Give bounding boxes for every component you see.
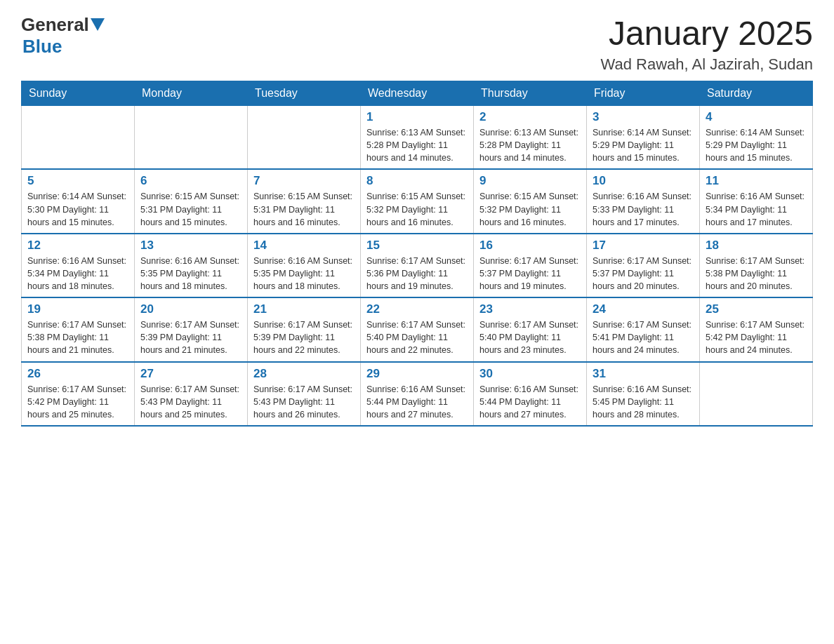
- calendar-title: January 2025: [601, 14, 813, 53]
- calendar-cell: 26Sunrise: 6:17 AM Sunset: 5:42 PM Dayli…: [22, 362, 135, 426]
- calendar-cell: 4Sunrise: 6:14 AM Sunset: 5:29 PM Daylig…: [700, 106, 813, 170]
- day-info: Sunrise: 6:15 AM Sunset: 5:31 PM Dayligh…: [140, 190, 241, 228]
- day-number: 6: [140, 174, 241, 188]
- calendar-cell: 17Sunrise: 6:17 AM Sunset: 5:37 PM Dayli…: [587, 234, 700, 297]
- day-number: 29: [366, 367, 468, 381]
- day-info: Sunrise: 6:17 AM Sunset: 5:42 PM Dayligh…: [27, 383, 128, 421]
- day-number: 20: [140, 302, 241, 316]
- day-info: Sunrise: 6:17 AM Sunset: 5:37 PM Dayligh…: [593, 255, 694, 293]
- calendar-table: SundayMondayTuesdayWednesdayThursdayFrid…: [21, 81, 813, 427]
- day-header-saturday: Saturday: [700, 81, 813, 106]
- day-number: 10: [593, 174, 694, 188]
- day-info: Sunrise: 6:13 AM Sunset: 5:28 PM Dayligh…: [366, 126, 468, 164]
- day-number: 5: [27, 174, 128, 188]
- calendar-cell: 9Sunrise: 6:15 AM Sunset: 5:32 PM Daylig…: [474, 169, 587, 233]
- day-info: Sunrise: 6:16 AM Sunset: 5:35 PM Dayligh…: [140, 255, 241, 293]
- day-info: Sunrise: 6:17 AM Sunset: 5:38 PM Dayligh…: [706, 255, 807, 293]
- day-info: Sunrise: 6:16 AM Sunset: 5:34 PM Dayligh…: [706, 190, 807, 228]
- day-number: 2: [479, 110, 581, 124]
- day-info: Sunrise: 6:14 AM Sunset: 5:29 PM Dayligh…: [706, 126, 807, 164]
- calendar-cell: 20Sunrise: 6:17 AM Sunset: 5:39 PM Dayli…: [135, 297, 248, 361]
- week-row-2: 5Sunrise: 6:14 AM Sunset: 5:30 PM Daylig…: [22, 169, 813, 233]
- day-number: 21: [253, 302, 355, 316]
- day-info: Sunrise: 6:17 AM Sunset: 5:38 PM Dayligh…: [27, 318, 128, 356]
- day-number: 8: [366, 174, 468, 188]
- day-info: Sunrise: 6:17 AM Sunset: 5:43 PM Dayligh…: [253, 383, 355, 421]
- calendar-cell: 27Sunrise: 6:17 AM Sunset: 5:43 PM Dayli…: [135, 362, 248, 426]
- calendar-header-row: SundayMondayTuesdayWednesdayThursdayFrid…: [22, 81, 813, 106]
- day-info: Sunrise: 6:16 AM Sunset: 5:34 PM Dayligh…: [27, 255, 128, 293]
- day-number: 9: [479, 174, 581, 188]
- calendar-cell: 6Sunrise: 6:15 AM Sunset: 5:31 PM Daylig…: [135, 169, 248, 233]
- day-info: Sunrise: 6:17 AM Sunset: 5:37 PM Dayligh…: [479, 255, 581, 293]
- day-header-tuesday: Tuesday: [248, 81, 361, 106]
- calendar-cell: 25Sunrise: 6:17 AM Sunset: 5:42 PM Dayli…: [700, 297, 813, 361]
- day-info: Sunrise: 6:16 AM Sunset: 5:45 PM Dayligh…: [593, 383, 694, 421]
- day-number: 19: [27, 302, 128, 316]
- day-info: Sunrise: 6:17 AM Sunset: 5:40 PM Dayligh…: [479, 318, 581, 356]
- day-number: 22: [366, 302, 468, 316]
- logo-blue: Blue: [22, 36, 62, 58]
- day-header-sunday: Sunday: [22, 81, 135, 106]
- logo-general: General: [21, 14, 89, 36]
- day-info: Sunrise: 6:14 AM Sunset: 5:29 PM Dayligh…: [593, 126, 694, 164]
- week-row-1: 1Sunrise: 6:13 AM Sunset: 5:28 PM Daylig…: [22, 106, 813, 170]
- week-row-4: 19Sunrise: 6:17 AM Sunset: 5:38 PM Dayli…: [22, 297, 813, 361]
- day-number: 4: [706, 110, 807, 124]
- calendar-cell: 23Sunrise: 6:17 AM Sunset: 5:40 PM Dayli…: [474, 297, 587, 361]
- day-number: 23: [479, 302, 581, 316]
- page-header: General Blue January 2025 Wad Rawah, Al …: [21, 14, 813, 74]
- calendar-cell: 11Sunrise: 6:16 AM Sunset: 5:34 PM Dayli…: [700, 169, 813, 233]
- calendar-cell: [700, 362, 813, 426]
- calendar-cell: 16Sunrise: 6:17 AM Sunset: 5:37 PM Dayli…: [474, 234, 587, 297]
- calendar-cell: 7Sunrise: 6:15 AM Sunset: 5:31 PM Daylig…: [248, 169, 361, 233]
- day-number: 17: [593, 239, 694, 253]
- day-number: 25: [706, 302, 807, 316]
- day-info: Sunrise: 6:17 AM Sunset: 5:39 PM Dayligh…: [140, 318, 241, 356]
- day-info: Sunrise: 6:17 AM Sunset: 5:43 PM Dayligh…: [140, 383, 241, 421]
- svg-marker-0: [91, 18, 105, 31]
- day-info: Sunrise: 6:16 AM Sunset: 5:33 PM Dayligh…: [593, 190, 694, 228]
- calendar-cell: 3Sunrise: 6:14 AM Sunset: 5:29 PM Daylig…: [587, 106, 700, 170]
- logo-triangle-icon: [91, 18, 105, 31]
- logo: General Blue: [21, 14, 105, 58]
- week-row-3: 12Sunrise: 6:16 AM Sunset: 5:34 PM Dayli…: [22, 234, 813, 297]
- day-number: 14: [253, 239, 355, 253]
- day-info: Sunrise: 6:13 AM Sunset: 5:28 PM Dayligh…: [479, 126, 581, 164]
- day-number: 3: [593, 110, 694, 124]
- calendar-cell: 13Sunrise: 6:16 AM Sunset: 5:35 PM Dayli…: [135, 234, 248, 297]
- day-info: Sunrise: 6:15 AM Sunset: 5:32 PM Dayligh…: [479, 190, 581, 228]
- calendar-cell: 1Sunrise: 6:13 AM Sunset: 5:28 PM Daylig…: [361, 106, 474, 170]
- day-number: 11: [706, 174, 807, 188]
- calendar-cell: 21Sunrise: 6:17 AM Sunset: 5:39 PM Dayli…: [248, 297, 361, 361]
- day-info: Sunrise: 6:14 AM Sunset: 5:30 PM Dayligh…: [27, 190, 128, 228]
- calendar-cell: 24Sunrise: 6:17 AM Sunset: 5:41 PM Dayli…: [587, 297, 700, 361]
- day-number: 7: [253, 174, 355, 188]
- calendar-cell: 29Sunrise: 6:16 AM Sunset: 5:44 PM Dayli…: [361, 362, 474, 426]
- day-number: 16: [479, 239, 581, 253]
- calendar-cell: [22, 106, 135, 170]
- day-header-monday: Monday: [135, 81, 248, 106]
- calendar-subtitle: Wad Rawah, Al Jazirah, Sudan: [601, 55, 813, 74]
- day-info: Sunrise: 6:17 AM Sunset: 5:42 PM Dayligh…: [706, 318, 807, 356]
- day-number: 18: [706, 239, 807, 253]
- title-block: January 2025 Wad Rawah, Al Jazirah, Suda…: [601, 14, 813, 74]
- day-header-friday: Friday: [587, 81, 700, 106]
- calendar-cell: 31Sunrise: 6:16 AM Sunset: 5:45 PM Dayli…: [587, 362, 700, 426]
- calendar-cell: 5Sunrise: 6:14 AM Sunset: 5:30 PM Daylig…: [22, 169, 135, 233]
- calendar-cell: 2Sunrise: 6:13 AM Sunset: 5:28 PM Daylig…: [474, 106, 587, 170]
- day-number: 13: [140, 239, 241, 253]
- day-number: 30: [479, 367, 581, 381]
- day-info: Sunrise: 6:17 AM Sunset: 5:41 PM Dayligh…: [593, 318, 694, 356]
- day-info: Sunrise: 6:17 AM Sunset: 5:40 PM Dayligh…: [366, 318, 468, 356]
- day-number: 15: [366, 239, 468, 253]
- calendar-cell: [135, 106, 248, 170]
- calendar-cell: 12Sunrise: 6:16 AM Sunset: 5:34 PM Dayli…: [22, 234, 135, 297]
- day-info: Sunrise: 6:16 AM Sunset: 5:44 PM Dayligh…: [479, 383, 581, 421]
- calendar-cell: 8Sunrise: 6:15 AM Sunset: 5:32 PM Daylig…: [361, 169, 474, 233]
- calendar-cell: 28Sunrise: 6:17 AM Sunset: 5:43 PM Dayli…: [248, 362, 361, 426]
- day-header-wednesday: Wednesday: [361, 81, 474, 106]
- calendar-cell: 22Sunrise: 6:17 AM Sunset: 5:40 PM Dayli…: [361, 297, 474, 361]
- calendar-cell: 14Sunrise: 6:16 AM Sunset: 5:35 PM Dayli…: [248, 234, 361, 297]
- day-info: Sunrise: 6:16 AM Sunset: 5:35 PM Dayligh…: [253, 255, 355, 293]
